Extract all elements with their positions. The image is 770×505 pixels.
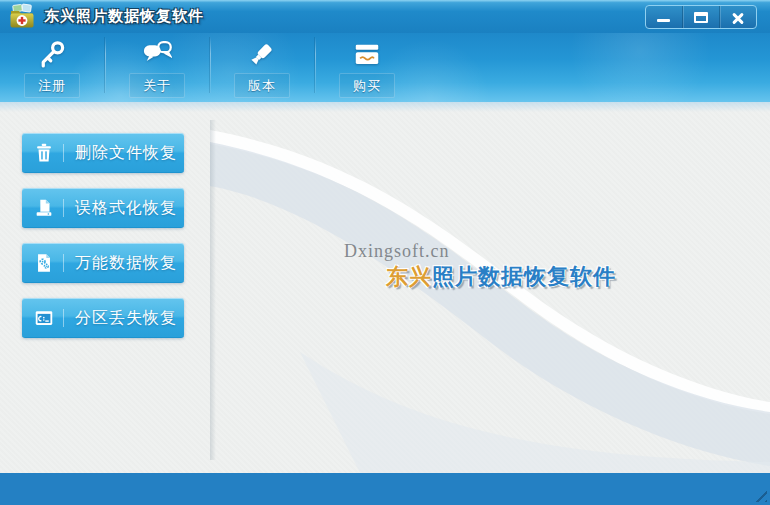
watermark-brand: 东兴照片数据恢复软件	[386, 262, 616, 292]
sidebar-button-format-recovery[interactable]: 误格式化恢复	[22, 188, 184, 228]
close-icon	[730, 11, 746, 25]
watermark-brand-rest: 照片数据恢复软件	[432, 264, 616, 289]
toolbar-button-version[interactable]: 版本	[212, 35, 312, 99]
watermark-brand-highlight: 东兴	[386, 264, 432, 289]
watermark-site: Dxingsoft.cn	[344, 241, 450, 262]
toolbar-button-register[interactable]: 注册	[2, 35, 102, 99]
credit-card-icon	[317, 39, 417, 71]
maximize-button[interactable]	[682, 6, 719, 28]
toolbar-button-purchase[interactable]: 购买	[317, 35, 417, 99]
sidebar-label: 万能数据恢复	[72, 243, 180, 283]
toolbar-separator	[315, 37, 316, 93]
panel-edge-shadow	[210, 120, 216, 460]
resize-grip[interactable]	[750, 485, 767, 502]
content-area: 删除文件恢复 误格式化恢复	[0, 102, 770, 473]
window-controls	[645, 5, 757, 29]
maximize-icon	[694, 12, 708, 23]
sidebar-label: 删除文件恢复	[72, 133, 180, 173]
drive-window-icon	[33, 307, 55, 329]
trash-icon	[33, 142, 55, 164]
toolbar: 注册 关于	[0, 33, 770, 102]
status-bar	[0, 473, 770, 505]
title-bar: 东兴照片数据恢复软件	[0, 0, 770, 33]
document-gears-icon	[33, 252, 55, 274]
minimize-button[interactable]	[646, 6, 682, 28]
sidebar-button-partition-recovery[interactable]: 分区丢失恢复	[22, 298, 184, 338]
key-icon	[2, 39, 102, 71]
app-icon	[8, 3, 36, 31]
toolbar-separator	[105, 37, 106, 93]
chat-bubbles-icon	[107, 39, 207, 71]
sidebar-label: 误格式化恢复	[72, 188, 180, 228]
sidebar-label: 分区丢失恢复	[72, 298, 180, 338]
sidebar-button-delete-recovery[interactable]: 删除文件恢复	[22, 133, 184, 173]
close-button[interactable]	[719, 6, 756, 28]
toolbar-button-about[interactable]: 关于	[107, 35, 207, 99]
sidebar-button-universal-recovery[interactable]: 万能数据恢复	[22, 243, 184, 283]
minimize-icon	[657, 19, 670, 22]
toolbar-label: 版本	[248, 78, 276, 93]
toolbar-label: 注册	[38, 78, 66, 93]
app-window: 东兴照片数据恢复软件 注册	[0, 0, 770, 505]
window-title: 东兴照片数据恢复软件	[44, 7, 204, 26]
glue-bottle-icon	[212, 39, 312, 71]
toolbar-label: 购买	[353, 78, 381, 93]
toolbar-separator	[210, 37, 211, 93]
toolbar-label: 关于	[143, 78, 171, 93]
format-disk-icon	[33, 197, 55, 219]
